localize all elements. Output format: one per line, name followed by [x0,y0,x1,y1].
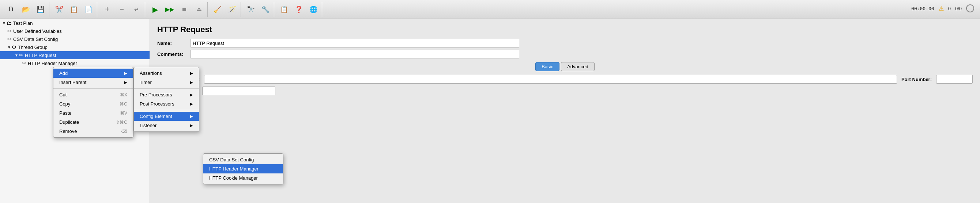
assertions-label: Assertions [140,70,162,76]
timer-arrow-icon: ▶ [190,80,193,84]
add-arrow-icon: ▶ [124,71,127,75]
submenu-config-http-header[interactable]: HTTP Header Manager [203,164,283,173]
submenu-add-post-processors[interactable]: Post Processors ▶ [134,99,199,108]
menu-item-paste[interactable]: Paste ⌘V [53,108,133,117]
listener-label: Listener [140,123,156,128]
remove-label: Remove [59,128,77,134]
config-element-arrow-icon: ▶ [190,114,193,118]
paste-label: Paste [59,110,71,116]
post-processors-label: Post Processors [140,101,174,106]
menu-item-insert-parent[interactable]: Insert Parent ▶ [53,78,133,87]
cut-shortcut: ⌘X [120,92,127,97]
paste-shortcut: ⌘V [120,111,127,116]
context-menu-overlay[interactable]: Add ▶ Insert Parent ▶ Cut ⌘X Copy ⌘C [0,0,980,203]
config-element-label: Config Element [140,114,172,119]
menu-item-copy[interactable]: Copy ⌘C [53,99,133,108]
post-processors-arrow-icon: ▶ [190,102,193,106]
menu-item-duplicate[interactable]: Duplicate ⇧⌘C [53,117,133,127]
submenu-add-listener[interactable]: Listener ▶ [134,121,199,130]
menu-item-remove[interactable]: Remove ⌫ [53,127,133,136]
submenu-add-timer[interactable]: Timer ▶ [134,78,199,87]
duplicate-label: Duplicate [59,119,79,125]
copy-label: Copy [59,101,70,106]
copy-shortcut: ⌘C [119,102,127,106]
pre-processors-arrow-icon: ▶ [190,93,193,97]
submenu-add: Assertions ▶ Timer ▶ Pre Processors ▶ Po… [134,67,199,132]
insert-parent-label: Insert Parent [59,79,86,85]
insert-parent-arrow-icon: ▶ [124,80,127,84]
separator-1 [53,88,133,89]
remove-shortcut: ⌫ [121,129,127,134]
submenu-config-element: CSV Data Set Config HTTP Header Manager … [203,153,283,184]
add-label: Add [59,70,68,76]
csv-config-label: CSV Data Set Config [209,157,254,162]
menu-item-add[interactable]: Add ▶ [53,69,133,78]
menu-item-cut[interactable]: Cut ⌘X [53,90,133,99]
timer-label: Timer [140,79,152,85]
context-menu: Add ▶ Insert Parent ▶ Cut ⌘X Copy ⌘C [53,67,134,138]
cut-label: Cut [59,92,67,97]
pre-processors-label: Pre Processors [140,92,172,97]
http-cookie-config-label: HTTP Cookie Manager [209,175,258,181]
submenu-add-pre-processors[interactable]: Pre Processors ▶ [134,90,199,99]
submenu-config-csv[interactable]: CSV Data Set Config [203,155,283,164]
submenu-add-config-element[interactable]: Config Element ▶ [134,112,199,121]
submenu-config-http-cookie[interactable]: HTTP Cookie Manager [203,173,283,182]
submenu-add-assertions[interactable]: Assertions ▶ [134,69,199,78]
http-header-config-label: HTTP Header Manager [209,166,259,171]
assertions-arrow-icon: ▶ [190,71,193,75]
submenu-separator-2 [134,110,199,110]
submenu-separator-1 [134,88,199,89]
duplicate-shortcut: ⇧⌘C [116,120,127,125]
listener-arrow-icon: ▶ [190,124,193,127]
